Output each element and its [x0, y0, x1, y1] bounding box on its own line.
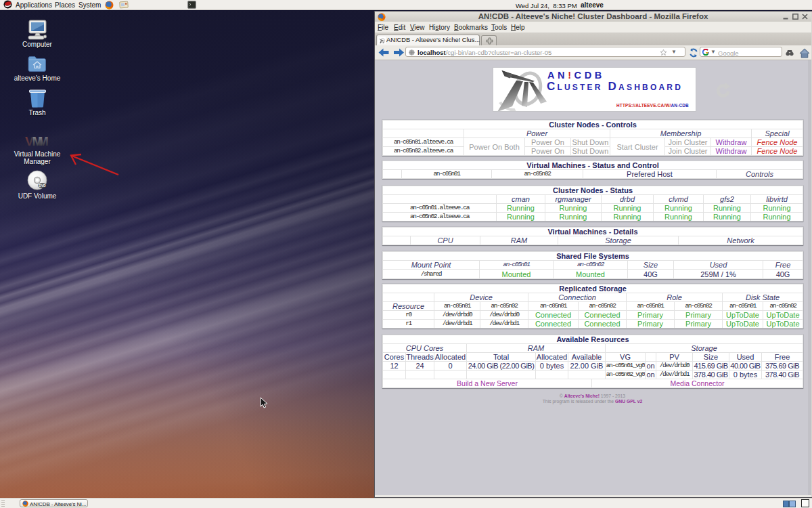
svg-text:M: M: [38, 134, 49, 148]
svg-text:DVD: DVD: [39, 184, 46, 188]
